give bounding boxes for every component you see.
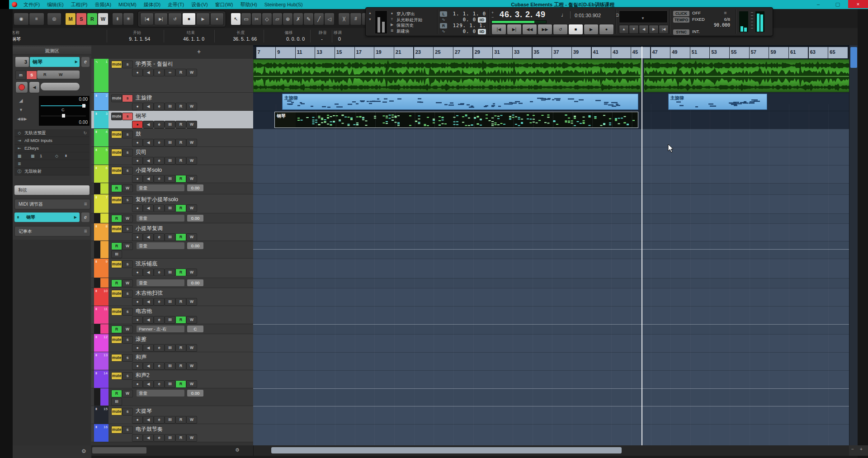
section-midi-modifiers[interactable]: MIDI 调节器≣ bbox=[14, 199, 90, 209]
track-record-button[interactable]: ● bbox=[132, 69, 143, 76]
arrangement-lane[interactable] bbox=[253, 147, 849, 165]
track-edit-button[interactable]: e bbox=[154, 121, 165, 128]
arranger-down-button[interactable]: ▼ bbox=[629, 25, 639, 34]
arrangement-lane[interactable] bbox=[253, 406, 849, 425]
nudge-minus-icon[interactable]: − bbox=[491, 15, 494, 19]
track-read-button[interactable]: R bbox=[175, 204, 186, 212]
track-monitor-button[interactable]: ◀ bbox=[143, 175, 154, 183]
instrument-icon-button[interactable]: III bbox=[165, 416, 175, 424]
menu-item[interactable]: 窗口(W) bbox=[212, 0, 237, 9]
automation-value-box[interactable]: 0.00 bbox=[187, 184, 203, 191]
tracklist-hscroll-thumb[interactable] bbox=[92, 447, 146, 453]
track-monitor-button[interactable]: ◀ bbox=[143, 139, 154, 146]
track-mute-button[interactable]: mute bbox=[111, 408, 122, 416]
track-name[interactable]: 钢琴 bbox=[136, 112, 146, 120]
automation-write-button[interactable]: W bbox=[122, 184, 133, 192]
track-write-button[interactable]: W bbox=[186, 269, 197, 276]
track-name[interactable]: 贝司 bbox=[136, 148, 146, 156]
info-field-value[interactable]: 46. 1. 1. 0 bbox=[155, 36, 204, 42]
marker-button[interactable]: ✳ bbox=[123, 13, 134, 25]
track-edit-button[interactable]: e bbox=[154, 139, 165, 146]
track-name[interactable]: 滚擦 bbox=[136, 335, 146, 343]
menu-item[interactable]: 音频(A) bbox=[91, 0, 115, 9]
track-write-button[interactable]: W bbox=[186, 344, 197, 352]
automation-write-button[interactable]: W bbox=[122, 279, 133, 287]
track-write-button[interactable]: W bbox=[186, 139, 197, 146]
track-solo-button[interactable]: s bbox=[122, 131, 133, 138]
transport-rec-button[interactable]: ● bbox=[599, 24, 614, 35]
midi-output-row[interactable]: ⇤EZkeys bbox=[14, 145, 90, 152]
mini-prev-button[interactable]: |◀ bbox=[140, 13, 154, 25]
menu-item[interactable]: 设备(V) bbox=[188, 0, 212, 9]
track-read-button[interactable]: R bbox=[175, 298, 186, 306]
arrangement-lane[interactable] bbox=[253, 388, 849, 406]
arrangement-lane[interactable] bbox=[253, 194, 849, 214]
line-tool-button[interactable]: ╱ bbox=[314, 13, 324, 25]
menu-item[interactable]: MIDI(M) bbox=[115, 0, 140, 9]
track-solo-button[interactable]: s bbox=[122, 426, 133, 434]
arrangement-lane[interactable] bbox=[253, 324, 849, 335]
track-name[interactable]: 小提琴solo bbox=[136, 166, 162, 174]
global-w-button[interactable]: W bbox=[98, 13, 108, 25]
close-button[interactable]: × bbox=[848, 0, 868, 8]
track-read-button[interactable]: R bbox=[175, 139, 186, 146]
mini-next-button[interactable]: ▶| bbox=[154, 13, 168, 25]
horizontal-scrollbar[interactable]: −+⚙ bbox=[91, 445, 868, 456]
track-record-button[interactable]: ● bbox=[132, 157, 143, 165]
track-read-button[interactable]: R bbox=[175, 316, 186, 324]
track-row[interactable]: III11mutes电吉他●◀eIIIRW bbox=[91, 306, 253, 324]
track-row[interactable]: III16mutes电子鼓节奏●◀eIIIRW bbox=[91, 424, 253, 442]
audio-event-right[interactable] bbox=[644, 59, 849, 92]
program-row[interactable]: ≣ bbox=[14, 160, 90, 168]
arrangement-lane[interactable] bbox=[253, 129, 849, 147]
track-write-button[interactable]: W bbox=[186, 157, 197, 165]
track-record-button[interactable]: ● bbox=[132, 139, 143, 146]
spin-down-icon[interactable]: ▼ bbox=[368, 18, 374, 21]
mode-value[interactable]: OFF bbox=[692, 10, 715, 15]
volume-value[interactable]: 0.00 bbox=[79, 97, 88, 102]
global-s-button[interactable]: S bbox=[76, 13, 87, 25]
transport-stop-button[interactable]: ■ bbox=[568, 24, 583, 35]
info-field-value[interactable]: 0. 0. 0. 0 bbox=[255, 36, 305, 42]
track-read-button[interactable]: R bbox=[175, 121, 186, 128]
punch-option-label[interactable]: 穿入/穿出 bbox=[396, 11, 438, 17]
info-field-value[interactable]: 0 bbox=[338, 36, 341, 42]
arrangement-lane[interactable] bbox=[253, 278, 849, 288]
arranger-right-button[interactable]: ▶ bbox=[649, 25, 659, 34]
track-row[interactable]: III7mutes复制于小提琴solo●◀eIIIRW bbox=[91, 194, 253, 213]
mini-rec-button[interactable]: ● bbox=[210, 13, 224, 25]
track-monitor-button[interactable]: ◀ bbox=[143, 157, 154, 165]
track-read-button[interactable]: R bbox=[175, 269, 186, 276]
track-row[interactable]: III4mutes鼓●◀eIIIRW bbox=[91, 129, 253, 147]
track-write-button[interactable]: W bbox=[186, 103, 197, 110]
audition-tool-button[interactable]: ◁ bbox=[324, 13, 335, 25]
arrangement-lane[interactable] bbox=[253, 165, 849, 184]
pan-value[interactable]: C bbox=[61, 108, 65, 112]
track-write-button[interactable]: W bbox=[186, 233, 197, 241]
midi-channel-row[interactable]: ▦1▦◇III bbox=[14, 152, 90, 160]
track-name[interactable]: 主旋律 bbox=[136, 94, 152, 102]
automation-read-button[interactable]: R bbox=[111, 326, 122, 333]
track-solo-button[interactable]: s bbox=[122, 260, 133, 268]
track-solo-button[interactable]: s bbox=[122, 290, 133, 297]
menu-item[interactable]: 文件(F) bbox=[20, 0, 43, 9]
mode-badge[interactable]: CLICK bbox=[673, 11, 689, 16]
zoomtool-tool-button[interactable]: ⊕ bbox=[283, 13, 293, 25]
track-write-button[interactable]: W bbox=[186, 380, 197, 388]
automation-read-button[interactable]: R bbox=[111, 184, 122, 192]
tracklist-gear-icon[interactable]: ⚙ bbox=[235, 447, 240, 453]
window-layout-button[interactable]: ≡ bbox=[29, 13, 44, 25]
track-edit-button[interactable]: e bbox=[154, 344, 165, 352]
track-write-button[interactable]: W bbox=[186, 316, 197, 324]
arrangement-lane[interactable] bbox=[253, 259, 849, 279]
track-monitor-button[interactable]: ◀ bbox=[143, 316, 154, 324]
nudge-plus-icon[interactable]: + bbox=[491, 10, 494, 15]
track-monitor-button[interactable]: ◀ bbox=[143, 204, 154, 212]
track-name[interactable]: 鼓 bbox=[136, 130, 141, 138]
track-write-button[interactable]: W bbox=[186, 121, 197, 128]
range-tool-button[interactable]: ▭ bbox=[241, 13, 251, 25]
track-record-button[interactable]: ● bbox=[132, 362, 143, 370]
arranger-up-button[interactable]: ▲ bbox=[619, 25, 629, 34]
add-track-button[interactable]: + bbox=[194, 47, 203, 56]
track-row[interactable]: III12mutes滚擦●◀eIIIRW bbox=[91, 334, 253, 352]
